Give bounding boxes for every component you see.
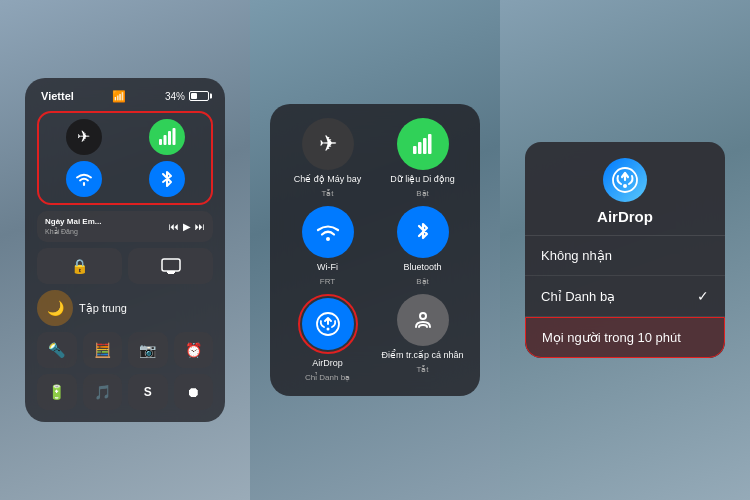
media-info: Ngày Mai Em... Khải Đăng — [45, 217, 165, 236]
media-artist: Khải Đăng — [45, 227, 165, 236]
timer-button[interactable]: ⏰ — [174, 332, 214, 368]
exp-wifi-sublabel: FRT — [320, 277, 335, 286]
airdrop-options-list: Không nhận Chỉ Danh bạ ✓ Mọi người trong… — [525, 236, 725, 358]
expanded-grid: ✈ Chế độ Máy bay Tắt Dữ liệu Di động Bật — [284, 118, 466, 381]
svg-rect-7 — [168, 273, 174, 274]
svg-rect-11 — [428, 134, 432, 154]
flashlight-button[interactable]: 🔦 — [37, 332, 77, 368]
wifi-button[interactable] — [66, 161, 102, 197]
exp-hotspot-sublabel: Tắt — [416, 365, 428, 374]
svg-point-4 — [82, 183, 84, 185]
battery-percent: 34% — [165, 91, 185, 102]
battery-widget[interactable]: 🔋 — [37, 374, 77, 410]
exp-cellular-label: Dữ liệu Di động — [390, 174, 455, 185]
svg-point-14 — [326, 327, 329, 330]
airdrop-highlight-border — [298, 294, 358, 354]
next-button[interactable]: ⏭ — [195, 221, 205, 232]
cellular-button[interactable] — [149, 119, 185, 155]
top-controls-group: ✈ — [37, 111, 213, 205]
exp-airdrop-button[interactable]: AirDrop Chỉ Danh bạ — [284, 294, 371, 382]
exp-hotspot-label: Điểm tr.cấp cá nhân — [381, 350, 463, 361]
bluetooth-button[interactable] — [149, 161, 185, 197]
svg-rect-8 — [413, 146, 417, 154]
cellular-icon-circle — [397, 118, 449, 170]
camera-button[interactable]: 📷 — [128, 332, 168, 368]
shazam-button[interactable]: S — [128, 374, 168, 410]
svg-rect-10 — [423, 138, 427, 154]
exp-airdrop-label: AirDrop — [312, 358, 343, 369]
status-bar: Viettel 📶 34% — [37, 90, 213, 103]
option-everyone-label: Mọi người trong 10 phút — [542, 330, 681, 345]
play-button[interactable]: ▶ — [183, 221, 191, 232]
carrier-label: Viettel — [41, 90, 74, 102]
airdrop-option-contacts[interactable]: Chỉ Danh bạ ✓ — [525, 276, 725, 317]
screen-record-button[interactable]: ⏺ — [174, 374, 214, 410]
exp-airplane-sublabel: Tắt — [321, 189, 333, 198]
option-off-label: Không nhận — [541, 248, 612, 263]
exp-airdrop-sublabel: Chỉ Danh bạ — [305, 373, 350, 382]
airplane-icon-circle: ✈ — [302, 118, 354, 170]
wifi-icon-circle — [302, 206, 354, 258]
svg-rect-3 — [172, 128, 175, 145]
airdrop-header: AirDrop — [525, 142, 725, 236]
bluetooth-icon-circle — [397, 206, 449, 258]
airdrop-menu-title: AirDrop — [597, 208, 653, 225]
focus-button[interactable]: 🌙 — [37, 290, 73, 326]
hotspot-icon-circle — [397, 294, 449, 346]
svg-rect-5 — [162, 259, 180, 271]
exp-hotspot-button[interactable]: Điểm tr.cấp cá nhân Tắt — [379, 294, 466, 382]
prev-button[interactable]: ⏮ — [169, 221, 179, 232]
svg-rect-9 — [418, 142, 422, 154]
svg-point-15 — [420, 313, 426, 319]
extra-controls: 🔋 🎵 S ⏺ — [37, 374, 213, 410]
voice-memos-button[interactable]: 🎵 — [83, 374, 123, 410]
panel-expanded-controls: ✈ Chế độ Máy bay Tắt Dữ liệu Di động Bật — [250, 0, 500, 500]
contacts-checkmark: ✓ — [697, 288, 709, 304]
airdrop-header-icon — [603, 158, 647, 202]
focus-label: Tập trung — [79, 302, 127, 315]
exp-wifi-button[interactable]: Wi-Fi FRT — [284, 206, 371, 286]
battery-icon — [189, 91, 209, 101]
airdrop-option-off[interactable]: Không nhận — [525, 236, 725, 276]
svg-point-17 — [623, 184, 627, 188]
orientation-lock-button[interactable]: 🔒 — [37, 248, 122, 284]
option-contacts-label: Chỉ Danh bạ — [541, 289, 615, 304]
bottom-controls: 🔦 🧮 📷 ⏰ — [37, 332, 213, 368]
panel-airdrop-menu: AirDrop Không nhận Chỉ Danh bạ ✓ Mọi ngư… — [500, 0, 750, 500]
control-center-card: Viettel 📶 34% ✈ — [25, 78, 225, 422]
airdrop-popup: AirDrop Không nhận Chỉ Danh bạ ✓ Mọi ngư… — [525, 142, 725, 358]
wifi-signal-icon: 📶 — [112, 90, 126, 103]
svg-rect-0 — [159, 139, 162, 145]
media-controls[interactable]: ⏮ ▶ ⏭ — [169, 221, 205, 232]
media-title: Ngày Mai Em... — [45, 217, 165, 227]
calculator-button[interactable]: 🧮 — [83, 332, 123, 368]
screen-mirror-button[interactable] — [128, 248, 213, 284]
exp-wifi-label: Wi-Fi — [317, 262, 338, 273]
exp-cellular-sublabel: Bật — [416, 189, 429, 198]
expanded-control-center: ✈ Chế độ Máy bay Tắt Dữ liệu Di động Bật — [270, 104, 480, 395]
exp-bluetooth-label: Bluetooth — [403, 262, 441, 273]
airdrop-icon-circle — [302, 298, 354, 350]
panel-control-center-overview: Viettel 📶 34% ✈ — [0, 0, 250, 500]
media-player[interactable]: Ngày Mai Em... Khải Đăng ⏮ ▶ ⏭ — [37, 211, 213, 242]
exp-bluetooth-button[interactable]: Bluetooth Bật — [379, 206, 466, 286]
airplane-mode-button[interactable]: ✈ — [66, 119, 102, 155]
svg-rect-2 — [168, 131, 171, 145]
exp-airplane-button[interactable]: ✈ Chế độ Máy bay Tắt — [284, 118, 371, 198]
svg-rect-1 — [163, 135, 166, 145]
svg-point-12 — [326, 237, 330, 241]
exp-airplane-label: Chế độ Máy bay — [294, 174, 362, 185]
exp-cellular-button[interactable]: Dữ liệu Di động Bật — [379, 118, 466, 198]
airdrop-option-everyone[interactable]: Mọi người trong 10 phút — [525, 317, 725, 358]
svg-rect-6 — [167, 271, 175, 273]
middle-controls: 🔒 — [37, 248, 213, 284]
exp-bluetooth-sublabel: Bật — [416, 277, 429, 286]
